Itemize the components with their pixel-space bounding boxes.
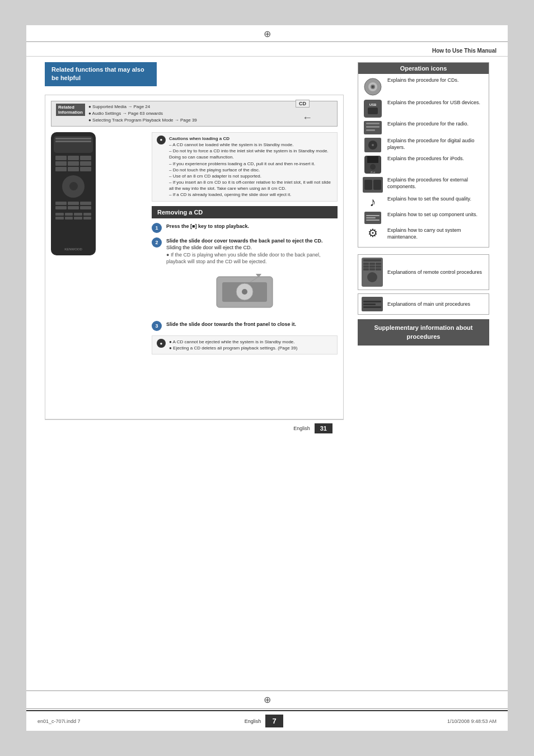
- radio-line: [366, 129, 375, 131]
- remote-btn: [55, 206, 67, 209]
- final-notes-text: ● A CD cannot be ejected while the syste…: [169, 339, 297, 351]
- r-btn: [376, 265, 381, 268]
- remote-btn: [68, 202, 79, 205]
- remote-btn: [55, 202, 67, 205]
- r-btn: [363, 265, 369, 268]
- setup-icon: [364, 212, 381, 224]
- remote-buttons-2: [54, 200, 93, 211]
- remote-buttons: [54, 154, 93, 173]
- icon-cell-digital: [363, 138, 383, 152]
- section-title: Removing a CD: [157, 209, 203, 216]
- setup-line: [366, 220, 380, 221]
- icon-cell-setup: [363, 212, 383, 224]
- related-item-1: ● Supported Media → Page 24: [88, 104, 197, 110]
- setup-line: [366, 215, 380, 216]
- content-with-remote: KENWOOD ● Cautions when loading a CD – A…: [51, 132, 338, 360]
- left-panel-footer: English 31: [45, 419, 344, 437]
- final-notes-box: ● ● A CD cannot be ejected while the sys…: [152, 335, 338, 354]
- remote-btn: [55, 156, 67, 160]
- page-header: How to Use This Manual: [26, 43, 508, 57]
- cd-tray-svg: [211, 271, 278, 313]
- external-icon: [363, 177, 383, 193]
- step-3: 3 Slide the slide door towards the front…: [152, 321, 338, 331]
- remote-btn: [55, 167, 67, 171]
- step-3-num: 3: [152, 321, 162, 331]
- remote-wheel: [62, 175, 85, 198]
- r-btn: [369, 263, 375, 265]
- related-label: RelatedInformation: [56, 104, 85, 116]
- mu-line: [363, 301, 381, 302]
- related-item-3: ● Selecting Track Program Playback Mode …: [88, 117, 197, 124]
- explain-box-main: Explanations of main unit procedures: [358, 293, 489, 315]
- section-header: Removing a CD: [152, 206, 338, 218]
- page-header-title: How to Use This Manual: [432, 48, 496, 54]
- svg-point-9: [372, 86, 374, 88]
- r-line: [363, 259, 381, 262]
- operation-icons-box: Operation icons Explai: [358, 62, 489, 248]
- icon-cell-maintenance: ⚙: [363, 227, 383, 239]
- radio-line: [366, 123, 380, 124]
- usb-icon: USB: [364, 100, 382, 118]
- icon-row-sound: ♪ Explains how to set the sound quality.: [363, 196, 484, 208]
- r-btns: [363, 263, 381, 270]
- remote-btn: [68, 156, 79, 160]
- related-info-bar: RelatedInformation ● Supported Media → P…: [51, 101, 338, 127]
- bottom-page-area: English 7: [245, 715, 283, 727]
- radio-line: [366, 126, 380, 128]
- main-unit-explain-icon: [362, 297, 383, 311]
- bottom-bar: en01_c-707i.indd 7 English 7 1/10/2008 9…: [26, 710, 508, 731]
- remote-btn: [55, 161, 67, 166]
- page-content-area: ● Cautions when loading a CD – A CD cann…: [101, 132, 338, 360]
- remote-body: KENWOOD: [51, 132, 96, 255]
- remote-btn: [83, 217, 92, 220]
- remote-btn: [55, 213, 64, 216]
- icon-cell-usb: USB: [363, 100, 383, 118]
- sound-icon: ♪: [370, 196, 376, 208]
- explain-text-main: Explanations of main unit procedures: [387, 301, 470, 308]
- digital-disc: [368, 141, 377, 150]
- caution-box: ● Cautions when loading a CD – A CD cann…: [152, 132, 338, 202]
- r-btn: [376, 263, 381, 265]
- r-btn: [369, 268, 375, 270]
- bottom-language: English: [245, 718, 261, 724]
- caution-dot: ●: [157, 136, 166, 144]
- remote-btn: [80, 206, 91, 209]
- remote-btn: [80, 202, 91, 205]
- remote-explain-icon: [362, 258, 383, 287]
- related-functions-label: Related functions that may also be helpf…: [51, 66, 144, 81]
- remote-btn: [74, 217, 82, 220]
- arrow-icon: ←: [302, 112, 312, 124]
- r-btn: [363, 263, 369, 265]
- digital-disc-center: [372, 144, 374, 146]
- ipod-icon: iPod: [364, 156, 381, 174]
- bottom-cross-mark: ⊕: [26, 692, 508, 707]
- step-3-text: Slide the slide door towards the front p…: [166, 321, 338, 328]
- icon-row-radio: Explains the procedure for the radio.: [363, 121, 484, 134]
- remote-btn: [65, 213, 73, 216]
- r-btn: [363, 268, 369, 270]
- icon-row-ipod: iPod Explains the procedures for iPods.: [363, 156, 484, 174]
- page: ⊕ How to Use This Manual Related functio…: [26, 25, 508, 731]
- op-icons-body: Explains the procedure for CDs. USB Expl…: [358, 74, 489, 247]
- ext-device-1: [364, 180, 372, 190]
- ext-device-2: [373, 180, 381, 190]
- related-items: ● Supported Media → Page 24 ● Audio Sett…: [88, 104, 197, 124]
- maintenance-icon: ⚙: [368, 227, 378, 239]
- top-cross-mark: ⊕: [26, 25, 508, 40]
- r-btn: [376, 268, 381, 270]
- explain-box-remote: Explanations of remote control procedure…: [358, 254, 489, 290]
- icon-desc-maintenance: Explains how to carry out system mainten…: [387, 227, 484, 240]
- remote-btn: [65, 217, 73, 220]
- remote-line: [55, 141, 91, 142]
- icon-cell-cd: [363, 77, 383, 96]
- remote-btn: [80, 156, 91, 160]
- remote-buttons-3: [54, 211, 93, 221]
- step-2: 2 Slide the slide door cover towards the…: [152, 237, 338, 265]
- icon-desc-setup: Explains how to set up component units.: [387, 212, 484, 218]
- setup-line: [366, 217, 376, 218]
- icon-row-setup: Explains how to set up component units.: [363, 212, 484, 224]
- content-page-label: CD: [296, 100, 310, 108]
- icon-desc-usb: Explains the procedures for USB devices.: [387, 100, 484, 106]
- icon-cell-sound: ♪: [363, 196, 383, 208]
- r-btn: [369, 265, 375, 268]
